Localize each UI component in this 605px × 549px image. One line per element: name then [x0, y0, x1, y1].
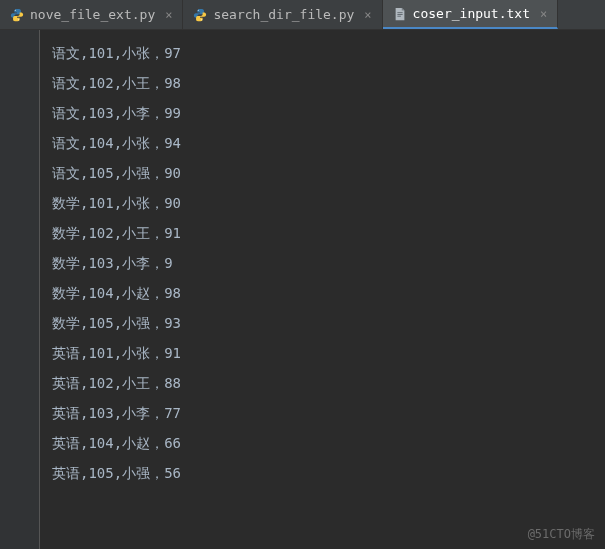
svg-point-2: [198, 9, 199, 10]
text-content[interactable]: 语文,101,小张，97 语文,102,小王，98 语文,103,小李，99 语…: [40, 30, 605, 549]
text-line: 英语,101,小张，91: [52, 338, 605, 368]
text-line: 数学,101,小张，90: [52, 188, 605, 218]
svg-rect-5: [397, 14, 402, 15]
text-line: 数学,104,小赵，98: [52, 278, 605, 308]
text-line: 语文,104,小张，94: [52, 128, 605, 158]
svg-point-3: [202, 19, 203, 20]
gutter: [0, 30, 40, 549]
tab-bar: nove_file_ext.py × search_dir_file.py × …: [0, 0, 605, 30]
text-line: 数学,102,小王，91: [52, 218, 605, 248]
text-line: 英语,105,小强，56: [52, 458, 605, 488]
close-icon[interactable]: ×: [540, 7, 547, 21]
text-line: 英语,103,小李，77: [52, 398, 605, 428]
text-line: 语文,102,小王，98: [52, 68, 605, 98]
text-file-icon: [393, 7, 407, 21]
tab-file-3[interactable]: coser_input.txt ×: [383, 0, 559, 29]
tab-file-2[interactable]: search_dir_file.py ×: [183, 0, 382, 29]
text-line: 英语,104,小赵，66: [52, 428, 605, 458]
text-line: 语文,105,小强，90: [52, 158, 605, 188]
tab-file-1[interactable]: nove_file_ext.py ×: [0, 0, 183, 29]
svg-rect-4: [397, 12, 402, 13]
text-line: 数学,103,小李，9: [52, 248, 605, 278]
tab-label: coser_input.txt: [413, 6, 530, 21]
python-icon: [193, 8, 207, 22]
tab-label: nove_file_ext.py: [30, 7, 155, 22]
close-icon[interactable]: ×: [165, 8, 172, 22]
text-line: 语文,103,小李，99: [52, 98, 605, 128]
svg-point-1: [18, 19, 19, 20]
close-icon[interactable]: ×: [364, 8, 371, 22]
svg-point-0: [15, 9, 16, 10]
svg-rect-6: [397, 15, 401, 16]
python-icon: [10, 8, 24, 22]
editor-area: 语文,101,小张，97 语文,102,小王，98 语文,103,小李，99 语…: [0, 30, 605, 549]
text-line: 语文,101,小张，97: [52, 38, 605, 68]
text-line: 英语,102,小王，88: [52, 368, 605, 398]
text-line: 数学,105,小强，93: [52, 308, 605, 338]
tab-label: search_dir_file.py: [213, 7, 354, 22]
